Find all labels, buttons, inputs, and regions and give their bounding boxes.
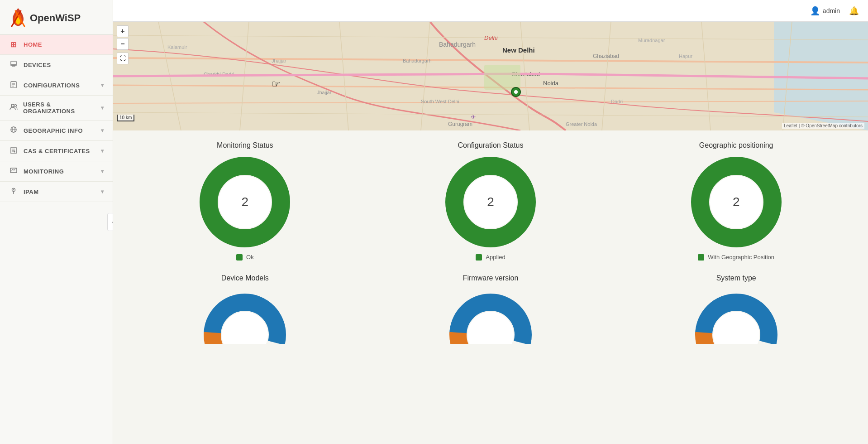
svg-text:Hapur: Hapur — [679, 53, 692, 59]
chart-geo-legend: With Geographic Position — [698, 254, 774, 261]
devices-icon — [9, 60, 18, 69]
nav-monitoring[interactable]: MONITORING ▾ — [0, 161, 113, 182]
nav-configurations[interactable]: CONFIGURATIONS ▾ — [0, 75, 113, 96]
nav-ipam-label: IPAM — [24, 188, 39, 195]
svg-text:Delhi: Delhi — [484, 34, 498, 41]
svg-point-18 — [14, 151, 15, 153]
map-scale: 10 km — [117, 115, 134, 121]
svg-text:Gurugram: Gurugram — [448, 121, 472, 127]
svg-text:Muradnagar: Muradnagar — [638, 38, 665, 43]
svg-text:Jhajjar: Jhajjar — [317, 90, 332, 95]
chart-device-models: Device Models — [127, 274, 363, 344]
nav-monitoring-label: MONITORING — [24, 168, 64, 175]
chart-device-models-title: Device Models — [221, 274, 269, 282]
nav-ipam[interactable]: IPAM ▾ — [0, 182, 113, 202]
svg-text:New Delhi: New Delhi — [502, 46, 535, 54]
svg-text:(100%): (100%) — [238, 186, 252, 191]
svg-point-10 — [14, 105, 16, 107]
nav-users-orgs[interactable]: USERS & ORGANIZATIONS ▾ — [0, 96, 113, 121]
nav-configurations-label: CONFIGURATIONS — [24, 82, 80, 89]
charts-row-2: Device Models Firmware version System ty… — [127, 274, 854, 344]
map-zoom-in-button[interactable]: + — [117, 25, 129, 37]
home-icon: ⊞ — [9, 40, 18, 49]
chart-system-type: System type — [618, 274, 854, 344]
svg-point-55 — [514, 90, 518, 94]
sidebar-collapse-button[interactable]: ‹ — [107, 213, 113, 231]
nav-geographic-label: GEOGRAPHIC INFO — [24, 127, 83, 134]
chart-system-type-title: System type — [716, 274, 756, 282]
topbar-username: admin — [823, 7, 840, 14]
svg-text:2: 2 — [489, 179, 492, 185]
donut-monitoring-value: 2 — [242, 195, 249, 209]
notification-bell-icon[interactable]: 🔔 — [849, 6, 859, 16]
chart-firmware: Firmware version — [372, 274, 609, 344]
charts-row-1: Monitoring Status 2 (100%) 2 Ok — [127, 141, 854, 261]
donut-geo-value: 2 — [733, 195, 740, 209]
users-icon — [9, 103, 18, 112]
configurations-icon — [9, 81, 18, 90]
sidebar: OpenWiSP ⊞ HOME DEVICES CONFIGURATIONS ▾ — [0, 0, 113, 444]
cas-icon — [9, 146, 18, 155]
svg-text:Bahadurgarh: Bahadurgarh — [439, 41, 476, 48]
map-fullscreen-button[interactable]: ⛶ — [117, 53, 129, 64]
topbar: 👤 admin 🔔 — [113, 0, 868, 22]
donut-config: 2 (100%) 2 — [445, 157, 536, 247]
chart-config-legend: Applied — [476, 254, 505, 261]
svg-text:2: 2 — [243, 179, 247, 185]
monitoring-chevron: ▾ — [101, 168, 104, 174]
donut-firmware — [445, 290, 536, 344]
svg-rect-2 — [11, 61, 16, 66]
donut-geo: 2 (100%) 2 — [691, 157, 782, 247]
svg-text:Ghaziabad: Ghaziabad — [593, 53, 619, 59]
chart-monitoring-status: Monitoring Status 2 (100%) 2 Ok — [127, 141, 363, 261]
map-attribution: Leaflet | © OpenStreetMap contributors — [782, 123, 864, 129]
charts-area: Monitoring Status 2 (100%) 2 Ok — [113, 130, 868, 355]
svg-text:South West Delhi: South West Delhi — [421, 99, 459, 104]
ipam-chevron: ▾ — [101, 188, 104, 195]
donut-config-value: 2 — [487, 195, 494, 209]
monitoring-icon — [9, 167, 18, 176]
config-legend-label: Applied — [486, 254, 505, 261]
nav-geographic[interactable]: GEOGRAPHIC INFO ▾ — [0, 121, 113, 141]
ipam-icon — [9, 187, 18, 196]
users-chevron: ▾ — [101, 105, 104, 111]
svg-text:Noida: Noida — [543, 80, 559, 87]
nav-devices[interactable]: DEVICES — [0, 55, 113, 75]
configurations-chevron: ▾ — [101, 82, 104, 88]
monitoring-legend-dot — [236, 254, 243, 261]
svg-point-21 — [13, 189, 14, 190]
geographic-icon — [9, 126, 18, 135]
nav-home-label: HOME — [24, 41, 42, 48]
nav-users-label: USERS & ORGANIZATIONS — [23, 101, 100, 115]
nav-home[interactable]: ⊞ HOME — [0, 35, 113, 55]
nav-devices-label: DEVICES — [24, 62, 51, 68]
chart-monitoring-legend: Ok — [236, 254, 254, 261]
svg-text:Jhajjar: Jhajjar — [272, 58, 286, 63]
geo-legend-dot — [698, 254, 704, 261]
cas-chevron: ▾ — [101, 148, 104, 154]
nav-cas[interactable]: CAS & CERTIFICATES ▾ — [0, 141, 113, 161]
svg-text:✈: ✈ — [471, 113, 476, 121]
monitoring-legend-label: Ok — [246, 254, 254, 261]
app-logo[interactable]: OpenWiSP — [9, 7, 104, 29]
donut-monitoring: 2 (100%) 2 — [200, 157, 290, 247]
svg-text:Bahadurgarh: Bahadurgarh — [403, 58, 432, 63]
nav-cas-label: CAS & CERTIFICATES — [24, 148, 90, 154]
svg-rect-4 — [12, 66, 15, 67]
svg-point-9 — [11, 104, 14, 107]
svg-text:Kalamuir: Kalamuir — [167, 44, 187, 50]
map-controls: + − ⛶ — [117, 25, 129, 64]
chart-geo-position: Geographic positioning 2 (100%) 2 With G… — [618, 141, 854, 261]
svg-text:2: 2 — [734, 179, 738, 185]
user-icon: 👤 — [810, 6, 820, 16]
chart-config-title: Configuration Status — [458, 141, 524, 150]
map-container: Bahadurgarh Bahadurgarh Delhi New Delhi … — [113, 22, 868, 130]
donut-device-models — [200, 290, 290, 344]
geographic-chevron: ▾ — [101, 127, 104, 134]
topbar-user[interactable]: 👤 admin — [810, 6, 840, 16]
svg-rect-53 — [484, 65, 520, 90]
app-name: OpenWiSP — [30, 12, 81, 24]
svg-text:Dadri: Dadri — [611, 99, 623, 104]
map-zoom-out-button[interactable]: − — [117, 38, 129, 50]
svg-text:(100%): (100%) — [483, 186, 498, 191]
